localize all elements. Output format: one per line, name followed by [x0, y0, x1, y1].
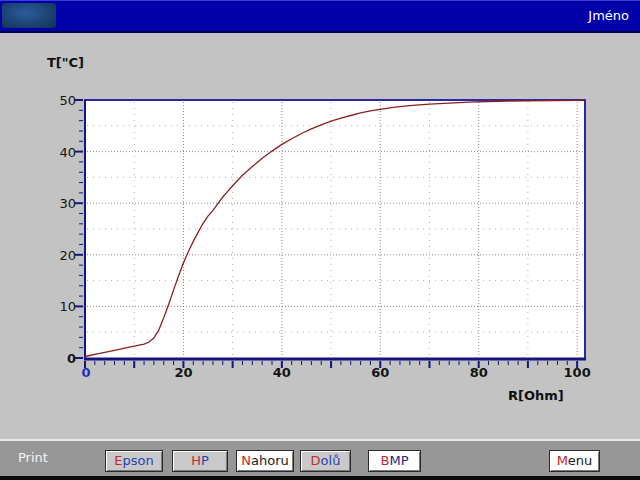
x-axis-title: R[Ohm]	[508, 388, 564, 403]
x-tick-label: 100	[564, 365, 591, 380]
menu-label-rest: enu	[568, 453, 592, 468]
hp-button[interactable]: HP	[172, 450, 228, 472]
y-axis-title: T["C]	[47, 55, 84, 70]
x-tick-label: 80	[470, 365, 488, 380]
print-bar: Print Epson HP Nahoru Dolů BMP Menu	[0, 441, 640, 476]
menu-hotkey-letter: M	[557, 453, 568, 468]
nahoru-button[interactable]: Nahoru	[236, 450, 294, 472]
y-tick-label: 20	[59, 248, 76, 263]
x-tick-label: 60	[371, 365, 389, 380]
epson-hotkey-letter: E	[114, 453, 122, 468]
dolu-hotkey-letter: D	[311, 453, 321, 468]
bmp-label-rest: MP	[389, 453, 408, 468]
x-tick-label: 0	[81, 365, 90, 380]
y-tick-label: 50	[59, 93, 76, 108]
y-tick-label: 40	[59, 145, 76, 160]
bmp-button[interactable]: BMP	[368, 450, 421, 472]
nahoru-label-rest: ahoru	[251, 453, 289, 468]
print-label: Print	[18, 450, 48, 465]
epson-button[interactable]: Epson	[105, 450, 163, 472]
footer-strip	[0, 476, 640, 480]
x-tick-label: 40	[273, 365, 291, 380]
chart-plot: 02040608010001020304050	[0, 0, 640, 480]
menu-button[interactable]: Menu	[549, 450, 600, 472]
y-tick-label: 30	[59, 196, 76, 211]
nahoru-hotkey-letter: N	[241, 453, 251, 468]
dolu-button[interactable]: Dolů	[300, 450, 351, 472]
epson-label-rest: pson	[123, 453, 154, 468]
hp-hotkey-letter: H	[191, 453, 201, 468]
hp-label-rest: P	[201, 453, 209, 468]
dolu-label-rest: olů	[321, 453, 341, 468]
y-tick-label: 10	[59, 299, 76, 314]
y-tick-label: 0	[67, 351, 76, 366]
x-tick-label: 20	[174, 365, 192, 380]
